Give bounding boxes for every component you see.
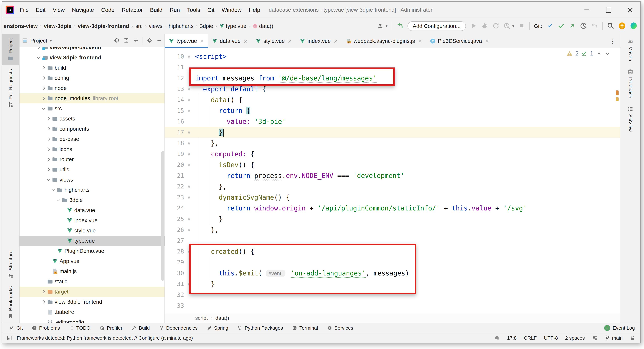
- line-number[interactable]: 32: [165, 289, 184, 300]
- tree-item-view-3dpie-frontend[interactable]: view-3dpie-frontend: [20, 297, 164, 307]
- breadcrumb-item[interactable]: view-3dpie-frontend: [78, 23, 129, 29]
- menu-tools[interactable]: Tools: [187, 7, 200, 13]
- tab-options-icon[interactable]: ⋮: [610, 34, 620, 48]
- add-configuration-button[interactable]: Add Configuration...: [408, 21, 466, 31]
- line-number[interactable]: 28: [165, 246, 184, 257]
- menu-navigate[interactable]: Navigate: [72, 7, 94, 13]
- line-number[interactable]: 18: [165, 138, 184, 149]
- tree-chevron-right-icon[interactable]: [41, 289, 46, 294]
- code-line-16[interactable]: 16 value: '3d-pie': [165, 116, 620, 127]
- tree-chevron-right-icon[interactable]: [46, 116, 51, 122]
- menu-edit[interactable]: Edit: [36, 7, 46, 13]
- tab-close-icon[interactable]: ×: [418, 38, 422, 44]
- restore-button[interactable]: [605, 6, 612, 14]
- event-log-button[interactable]: 1Event Log: [604, 325, 635, 331]
- run-button[interactable]: [470, 22, 477, 30]
- breadcrumb-item[interactable]: src: [136, 23, 143, 29]
- cloud-config-icon[interactable]: [494, 335, 500, 341]
- file-encoding[interactable]: UTF-8: [544, 335, 558, 341]
- close-button[interactable]: ×: [626, 6, 634, 14]
- line-number[interactable]: 26: [165, 224, 184, 235]
- tab-close-icon[interactable]: ×: [334, 38, 338, 44]
- tree-item-components[interactable]: components: [20, 124, 164, 134]
- tree-item-node-modules[interactable]: node_moduleslibrary root: [20, 93, 164, 103]
- tool-strip-maven[interactable]: mMaven: [620, 34, 640, 65]
- git-push-button[interactable]: [569, 22, 576, 30]
- breadcrumb-item[interactable]: view-3dpie: [44, 23, 72, 29]
- fold-marker-icon[interactable]: ∨: [185, 192, 192, 203]
- user-dropdown-icon[interactable]: ▾: [386, 24, 388, 28]
- line-number[interactable]: 30: [165, 268, 184, 279]
- line-number[interactable]: 13: [165, 84, 184, 94]
- code-line-21[interactable]: 21 return process.env.NODE_ENV === 'deve…: [165, 170, 620, 181]
- project-tree-scrollbar[interactable]: [162, 151, 164, 281]
- code-line-33[interactable]: 33: [165, 300, 620, 311]
- profiler-button[interactable]: [504, 22, 510, 30]
- tab-index.vue[interactable]: index.vue×: [296, 34, 342, 48]
- fold-marker-icon[interactable]: ∨: [185, 94, 192, 105]
- tree-item-config[interactable]: config: [20, 73, 164, 83]
- tree-chevron-right-icon[interactable]: [46, 126, 51, 132]
- tool-strip-bookmarks[interactable]: Bookmarks: [2, 282, 19, 323]
- hide-panel-button[interactable]: [156, 38, 162, 44]
- breadcrumb-item[interactable]: views: [149, 23, 162, 29]
- tab-close-icon[interactable]: ×: [288, 38, 292, 44]
- tab-type.vue[interactable]: type.vue×: [165, 34, 208, 48]
- menu-run[interactable]: Run: [170, 7, 180, 13]
- tool-window-toggle-icon[interactable]: [7, 335, 12, 341]
- code-line-22[interactable]: 22∧ },: [165, 181, 620, 192]
- error-stripe-mark[interactable]: [616, 97, 618, 101]
- tree-chevron-right-icon[interactable]: [41, 299, 46, 305]
- error-stripe-mark[interactable]: [616, 91, 618, 95]
- fold-marker-icon[interactable]: ∨: [185, 51, 192, 62]
- line-number[interactable]: 10: [165, 51, 184, 62]
- toolwindow-dependencies[interactable]: Dependencies: [159, 325, 198, 331]
- tab-Pie3DService.java[interactable]: CPie3DService.java×: [426, 34, 493, 48]
- git-history-button[interactable]: [580, 22, 587, 30]
- fold-marker-icon[interactable]: ∧: [185, 224, 192, 235]
- unlock-icon[interactable]: [630, 335, 636, 341]
- line-number[interactable]: 29: [165, 257, 184, 268]
- tree-item-router[interactable]: router: [20, 154, 164, 164]
- tree-item-.babelrc[interactable]: {}.babelrc: [20, 307, 164, 317]
- tree-chevron-right-icon[interactable]: [46, 167, 51, 172]
- tree-item-target[interactable]: target: [20, 287, 164, 297]
- menu-window[interactable]: Window: [222, 7, 242, 13]
- toolwindow-spring[interactable]: Spring: [207, 325, 228, 331]
- git-branch-widget[interactable]: main: [605, 335, 623, 341]
- tree-item-.editorconfig[interactable]: .editorconfig: [20, 317, 164, 323]
- menu-help[interactable]: Help: [249, 7, 260, 13]
- profiler-dropdown-icon[interactable]: ▾: [512, 24, 514, 28]
- line-number[interactable]: 27: [165, 235, 184, 246]
- line-number[interactable]: 24: [165, 203, 184, 214]
- reader-mode-icon[interactable]: [592, 335, 598, 341]
- next-issue-icon[interactable]: [604, 51, 610, 57]
- code-line-17[interactable]: 17∧ }: [165, 127, 620, 138]
- code-line-23[interactable]: 23∨ dynamicSvgName() {: [165, 192, 620, 203]
- tool-strip-project[interactable]: Project: [2, 34, 19, 65]
- tab-data.vue[interactable]: data.vue×: [208, 34, 252, 48]
- tree-item-highcharts[interactable]: highcharts: [20, 185, 164, 195]
- tree-chevron-right-icon[interactable]: [46, 136, 51, 142]
- tab-close-icon[interactable]: ×: [485, 38, 489, 44]
- ide-update-button[interactable]: [618, 22, 626, 30]
- editor-breadcrumb-item[interactable]: data(): [216, 315, 229, 321]
- code-line-14[interactable]: 14∨ data() {: [165, 94, 620, 105]
- tree-item-style.vue[interactable]: style.vue: [20, 226, 164, 236]
- tree-item-views[interactable]: views: [20, 175, 164, 185]
- fold-marker-icon[interactable]: ∨: [185, 149, 192, 159]
- tree-chevron-right-icon[interactable]: [41, 65, 46, 71]
- coverage-button[interactable]: [492, 22, 499, 30]
- tree-item-assets[interactable]: assets: [20, 114, 164, 124]
- inspections-widget[interactable]: 21: [566, 50, 610, 57]
- toolwindow-terminal[interactable]: Terminal: [292, 325, 318, 331]
- tree-chevron-right-icon[interactable]: [46, 146, 51, 152]
- tree-item-view-3dpie-backend[interactable]: view-3dpie-backend: [20, 47, 164, 53]
- tree-item-App.vue[interactable]: App.vue: [20, 256, 164, 266]
- project-view-dropdown-icon[interactable]: ▾: [50, 39, 52, 43]
- toolwindow-problems[interactable]: Problems: [32, 325, 60, 331]
- panel-settings-button[interactable]: [147, 38, 152, 44]
- tree-chevron-right-icon[interactable]: [46, 157, 51, 162]
- breadcrumb-item[interactable]: highcharts: [169, 23, 194, 29]
- tab-webpack.async-plugins.js[interactable]: JSwebpack.async-plugins.js×: [342, 34, 426, 48]
